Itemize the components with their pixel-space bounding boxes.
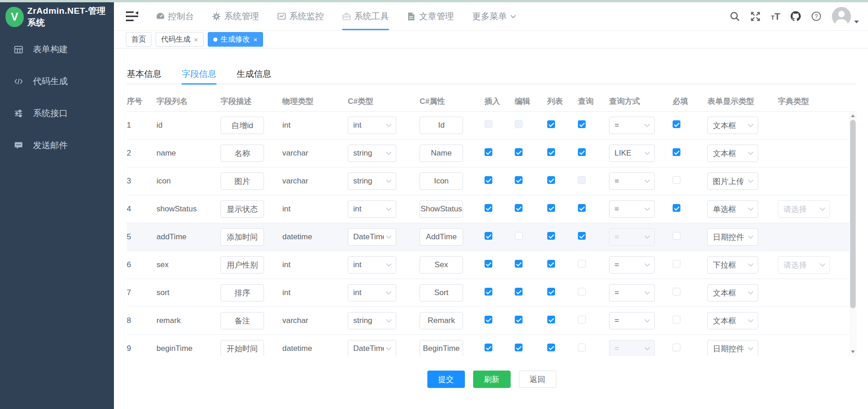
query-type-select[interactable]: LIKE <box>609 145 655 162</box>
app-logo-area[interactable]: V ZrAdmin.NET-管理系统 <box>0 2 114 32</box>
edit-checkbox[interactable] <box>515 260 523 268</box>
edit-checkbox[interactable] <box>515 316 523 323</box>
description-input[interactable] <box>221 256 264 274</box>
user-menu[interactable] <box>832 7 859 26</box>
tab-basic-info[interactable]: 基本信息 <box>127 64 162 84</box>
insert-checkbox[interactable] <box>485 204 492 212</box>
csharp-property-input[interactable] <box>420 312 463 329</box>
csharp-type-select[interactable]: int <box>348 284 396 301</box>
insert-checkbox[interactable] <box>485 260 492 268</box>
insert-checkbox[interactable] <box>485 316 492 323</box>
list-checkbox[interactable] <box>547 176 555 184</box>
close-icon[interactable]: × <box>253 36 258 43</box>
query-type-select[interactable]: = <box>609 312 655 329</box>
description-input[interactable] <box>221 117 264 134</box>
list-checkbox[interactable] <box>547 260 555 268</box>
csharp-property-input[interactable] <box>420 200 463 218</box>
edit-checkbox[interactable] <box>515 148 523 156</box>
insert-checkbox[interactable] <box>485 148 492 156</box>
edit-checkbox[interactable] <box>515 232 523 240</box>
font-size-icon[interactable]: TT <box>771 12 780 21</box>
fullscreen-icon[interactable] <box>750 11 760 22</box>
required-checkbox[interactable] <box>673 316 680 323</box>
insert-checkbox[interactable] <box>485 288 492 296</box>
list-checkbox[interactable] <box>547 344 555 351</box>
description-input[interactable] <box>221 340 264 356</box>
csharp-type-select[interactable]: int <box>348 117 396 134</box>
nav-item-article-manage[interactable]: 文章管理 <box>407 2 454 30</box>
list-checkbox[interactable] <box>547 204 555 212</box>
csharp-type-select[interactable]: string <box>348 145 396 162</box>
github-icon[interactable] <box>791 11 801 22</box>
tab-field-info[interactable]: 字段信息 <box>182 64 216 84</box>
csharp-property-input[interactable] <box>420 256 463 274</box>
tag-code-gen[interactable]: 代码生成 × <box>156 32 204 47</box>
query-type-select[interactable]: = <box>609 256 655 274</box>
required-checkbox[interactable] <box>673 120 680 128</box>
sidebar-item-system-api[interactable]: 系统接口 <box>0 97 114 129</box>
query-checkbox[interactable] <box>578 260 586 268</box>
sidebar-item-send-mail[interactable]: 发送邮件 <box>0 129 114 161</box>
required-checkbox[interactable] <box>673 148 680 156</box>
display-type-select[interactable]: 日期控件 <box>707 228 758 246</box>
submit-button[interactable]: 提交 <box>427 371 465 388</box>
description-input[interactable] <box>221 312 264 329</box>
query-type-select[interactable]: = <box>609 172 655 190</box>
list-checkbox[interactable] <box>547 148 555 156</box>
sidebar-item-form-builder[interactable]: 表单构建 <box>0 33 114 65</box>
nav-item-system-tools[interactable]: 系统工具 <box>342 2 389 30</box>
sidebar-collapse-icon[interactable] <box>126 11 139 22</box>
table-scrollbar[interactable] <box>849 112 857 356</box>
csharp-type-select[interactable]: string <box>348 312 396 329</box>
csharp-type-select[interactable]: DateTime <box>348 228 396 246</box>
query-type-select[interactable]: = <box>609 200 655 218</box>
display-type-select[interactable]: 单选框 <box>707 200 758 218</box>
tag-home[interactable]: 首页 <box>126 32 151 47</box>
csharp-type-select[interactable]: string <box>348 172 396 190</box>
required-checkbox[interactable] <box>673 288 680 296</box>
list-checkbox[interactable] <box>547 288 555 296</box>
csharp-type-select[interactable]: int <box>348 200 396 218</box>
display-type-select[interactable]: 文本框 <box>707 117 758 134</box>
display-type-select[interactable]: 文本框 <box>707 284 758 301</box>
query-checkbox[interactable] <box>578 204 586 212</box>
dict-type-select[interactable]: 请选择 <box>778 200 830 218</box>
insert-checkbox[interactable] <box>485 344 492 351</box>
edit-checkbox[interactable] <box>515 344 523 351</box>
csharp-type-select[interactable]: int <box>348 256 396 274</box>
nav-item-more-menu[interactable]: 更多菜单 <box>472 2 516 30</box>
required-checkbox[interactable] <box>673 204 680 212</box>
query-checkbox[interactable] <box>578 232 586 240</box>
required-checkbox[interactable] <box>673 232 680 240</box>
csharp-property-input[interactable] <box>420 228 463 246</box>
scrollbar-thumb[interactable] <box>850 120 856 308</box>
csharp-property-input[interactable] <box>420 340 463 356</box>
csharp-type-select[interactable]: DateTime <box>348 340 396 356</box>
display-type-select[interactable]: 图片上传 <box>707 172 758 190</box>
description-input[interactable] <box>221 284 264 301</box>
description-input[interactable] <box>221 228 264 246</box>
display-type-select[interactable]: 下拉框 <box>707 256 758 274</box>
sidebar-item-code-gen[interactable]: 代码生成 <box>0 65 114 97</box>
nav-item-dashboard[interactable]: 控制台 <box>156 2 194 30</box>
insert-checkbox[interactable] <box>485 176 492 184</box>
query-type-select[interactable]: = <box>609 284 655 301</box>
required-checkbox[interactable] <box>673 344 680 351</box>
tag-gen-edit[interactable]: 生成修改 × <box>208 32 263 47</box>
description-input[interactable] <box>221 172 264 190</box>
nav-item-system-monitor[interactable]: 系统监控 <box>277 2 324 30</box>
dict-type-select[interactable]: 请选择 <box>778 256 830 274</box>
query-checkbox[interactable] <box>578 316 586 323</box>
csharp-property-input[interactable] <box>420 117 463 134</box>
csharp-property-input[interactable] <box>420 284 463 301</box>
refresh-button[interactable]: 刷新 <box>473 371 511 388</box>
edit-checkbox[interactable] <box>515 176 523 184</box>
query-checkbox[interactable] <box>578 344 586 351</box>
scroll-up-arrow[interactable] <box>849 112 857 119</box>
tab-gen-info[interactable]: 生成信息 <box>237 64 271 84</box>
csharp-property-input[interactable] <box>420 145 463 162</box>
csharp-property-input[interactable] <box>420 172 463 190</box>
display-type-select[interactable]: 日期控件 <box>707 340 758 356</box>
query-type-select[interactable]: = <box>609 117 655 134</box>
list-checkbox[interactable] <box>547 232 555 240</box>
